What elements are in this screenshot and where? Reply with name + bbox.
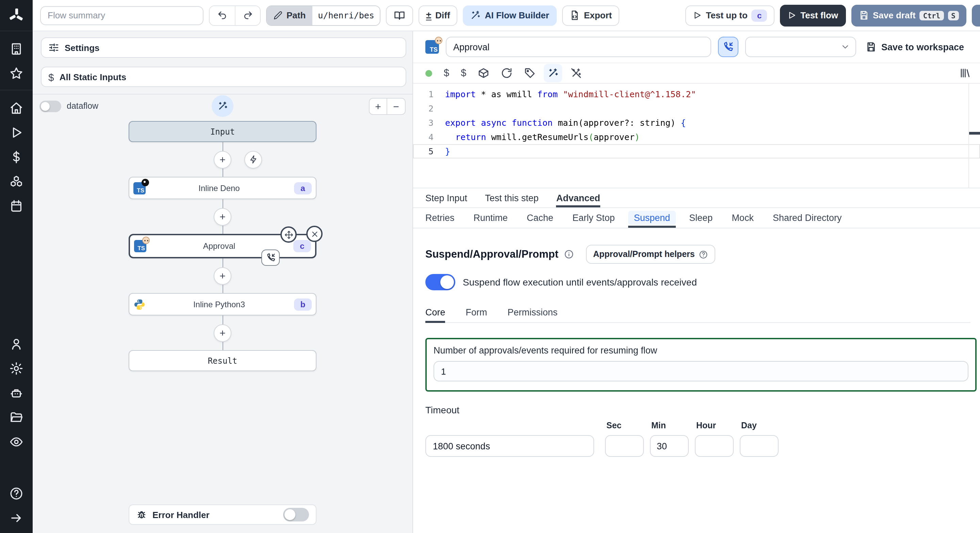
dataflow-toggle[interactable] — [40, 100, 61, 112]
path-button[interactable]: Path u/henri/bes — [266, 5, 380, 25]
tab-core[interactable]: Core — [425, 304, 445, 322]
timeout-seconds-input[interactable] — [425, 435, 594, 457]
tab-form[interactable]: Form — [466, 304, 487, 322]
tab-mock[interactable]: Mock — [732, 208, 754, 228]
tab-runtime[interactable]: Runtime — [474, 208, 508, 228]
add-step-button[interactable]: + — [214, 324, 231, 342]
home-icon[interactable] — [10, 101, 23, 115]
trigger-zap-button[interactable] — [244, 151, 262, 168]
tab-sleep[interactable]: Sleep — [689, 208, 713, 228]
language-select[interactable] — [745, 37, 856, 57]
diff-button[interactable]: ± Diff — [418, 5, 458, 25]
add-step-button[interactable]: + — [214, 151, 231, 168]
suspend-inner-tabs: Core Form Permissions — [425, 304, 970, 323]
save-to-workspace-button[interactable]: Save to workspace — [865, 41, 964, 52]
add-step-button[interactable]: + — [214, 267, 231, 284]
code-line[interactable]: 2 — [413, 101, 980, 116]
docs-book-button[interactable] — [386, 5, 413, 25]
result-node[interactable]: Result — [129, 350, 317, 371]
code-line[interactable]: 1import * as wmill from "windmill-client… — [413, 87, 980, 101]
suspend-toggle-on[interactable] — [425, 274, 455, 290]
code-editor[interactable]: 1import * as wmill from "windmill-client… — [413, 84, 980, 188]
info-icon[interactable] — [564, 249, 573, 259]
folders-icon[interactable] — [10, 411, 23, 424]
variables-dollar-icon[interactable] — [10, 150, 23, 164]
test-up-to-button[interactable]: Test up to c — [686, 5, 775, 25]
rail-divider — [0, 90, 33, 90]
user-icon[interactable] — [10, 337, 23, 351]
flow-summary-input[interactable] — [40, 6, 204, 25]
resources-boxes-icon[interactable] — [10, 175, 23, 188]
dollar-icon[interactable]: $ — [444, 68, 449, 78]
ai-flow-builder-button[interactable]: AI Flow Builder — [463, 5, 557, 25]
step-node-approval-selected[interactable]: TS Approval c — [129, 234, 317, 259]
package-icon[interactable] — [478, 67, 489, 79]
star-icon[interactable] — [10, 67, 23, 80]
audit-eye-icon[interactable] — [10, 435, 23, 449]
undo-button[interactable] — [210, 6, 235, 25]
magic-wand-icon — [547, 67, 559, 79]
export-button[interactable]: Export — [562, 5, 619, 25]
tag-icon[interactable] — [524, 67, 536, 79]
approval-phone-button[interactable] — [718, 37, 738, 57]
code-line[interactable]: 3export async function main(approver?: s… — [413, 116, 980, 130]
sec-input[interactable] — [605, 435, 644, 457]
expand-arrow-icon[interactable] — [10, 511, 23, 525]
zoom-in-button[interactable]: + — [369, 98, 387, 114]
windmill-logo[interactable] — [0, 0, 33, 31]
test-flow-button[interactable]: Test flow — [780, 5, 846, 26]
editor-scrollbar[interactable] — [969, 84, 969, 188]
tab-advanced[interactable]: Advanced — [556, 188, 600, 207]
tab-cache[interactable]: Cache — [527, 208, 553, 228]
step-name-input[interactable] — [446, 37, 711, 57]
approval-phone-badge[interactable] — [261, 249, 280, 266]
day-input[interactable] — [740, 435, 778, 457]
runs-play-icon[interactable] — [10, 126, 23, 140]
code-line[interactable]: 4 return wmill.getResumeUrls(approver) — [413, 130, 980, 144]
workers-robot-icon[interactable] — [10, 386, 23, 400]
refresh-icon[interactable] — [501, 67, 512, 79]
tab-step-input[interactable]: Step Input — [425, 188, 467, 207]
tab-early-stop[interactable]: Early Stop — [572, 208, 615, 228]
zoom-out-button[interactable]: − — [387, 98, 406, 114]
zap-icon — [249, 155, 258, 164]
error-handler-toggle[interactable] — [283, 508, 309, 522]
approvals-required-input[interactable] — [434, 361, 969, 381]
tab-test-this-step[interactable]: Test this step — [485, 188, 539, 207]
file-export-icon — [570, 10, 580, 21]
redo-button[interactable] — [235, 6, 260, 25]
step-node-inline-python3[interactable]: Inline Python3 b — [129, 293, 317, 316]
building-icon[interactable] — [10, 42, 23, 56]
hour-input[interactable] — [695, 435, 733, 457]
add-step-button[interactable]: + — [214, 208, 231, 225]
step-node-inline-deno[interactable]: TS Inline Deno a — [129, 177, 317, 199]
schedules-calendar-icon[interactable] — [10, 199, 23, 213]
delete-step-button[interactable] — [306, 226, 323, 242]
approval-prompt-helpers-button[interactable]: Approval/Prompt helpers — [585, 245, 715, 264]
wand-off-icon[interactable] — [570, 67, 582, 79]
tab-retries[interactable]: Retries — [425, 208, 455, 228]
save-draft-button[interactable]: Save draft Ctrl S — [851, 5, 966, 26]
connector: + — [129, 259, 317, 293]
library-bars-icon[interactable] — [959, 67, 970, 79]
ai-flow-builder-label: AI Flow Builder — [485, 10, 549, 21]
dollar-icon[interactable]: $ — [461, 68, 466, 78]
move-step-button[interactable] — [280, 226, 297, 243]
ai-assistant-active-button[interactable] — [544, 64, 562, 82]
error-handler-card[interactable]: Error Handler — [129, 504, 317, 525]
code-line[interactable]: 5} — [413, 144, 980, 159]
tab-permissions[interactable]: Permissions — [508, 304, 558, 322]
tab-suspend[interactable]: Suspend — [634, 208, 670, 228]
helpers-label: Approval/Prompt helpers — [593, 249, 695, 259]
ai-wand-button[interactable] — [212, 95, 234, 117]
input-node[interactable]: Input — [129, 121, 317, 142]
deploy-button-partial[interactable] — [972, 5, 980, 26]
all-static-inputs-button[interactable]: $ All Static Inputs — [41, 67, 406, 87]
flow-settings-button[interactable]: Settings — [41, 37, 406, 58]
help-circle-icon — [699, 250, 708, 259]
tab-shared-directory[interactable]: Shared Directory — [773, 208, 842, 228]
min-input[interactable] — [650, 435, 689, 457]
settings-gear-icon[interactable] — [10, 362, 23, 375]
test-flow-label: Test flow — [800, 10, 838, 21]
help-circle-icon[interactable] — [10, 487, 23, 500]
